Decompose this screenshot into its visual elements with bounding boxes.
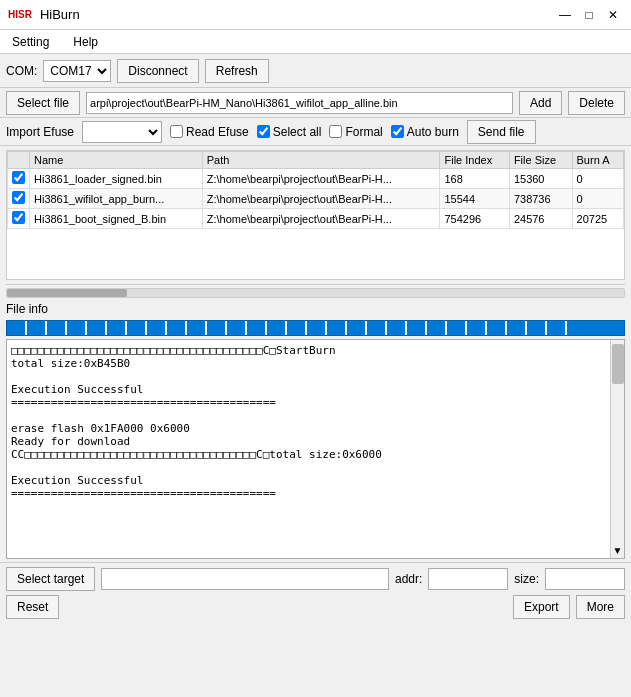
progress-segment — [47, 321, 67, 335]
select-file-button[interactable]: Select file — [6, 91, 80, 115]
progress-segment — [87, 321, 107, 335]
addr-input[interactable] — [428, 568, 508, 590]
progress-segment — [207, 321, 227, 335]
menu-item-help[interactable]: Help — [65, 33, 106, 51]
row-name: Hi3861_wifilot_app_burn... — [30, 189, 203, 209]
row-filesize: 738736 — [509, 189, 572, 209]
export-button[interactable]: Export — [513, 595, 570, 619]
row-check[interactable] — [8, 169, 30, 189]
select-all-checkbox[interactable] — [257, 125, 270, 138]
minimize-button[interactable]: — — [555, 5, 575, 25]
col-burna: Burn A — [572, 152, 623, 169]
row-path: Z:\home\bearpi\project\out\BearPi-H... — [202, 189, 440, 209]
progress-segment — [507, 321, 527, 335]
options-row: Import Efuse Read Efuse Select all Forma… — [0, 118, 631, 146]
file-table-container[interactable]: Name Path File Index File Size Burn A Hi… — [6, 150, 625, 280]
progress-segment — [347, 321, 367, 335]
log-area-container: □□□□□□□□□□□□□□□□□□□□□□□□□□□□□□□□□□□□□□C□… — [6, 339, 625, 559]
row-burna: 0 — [572, 169, 623, 189]
progress-segment — [547, 321, 567, 335]
col-name: Name — [30, 152, 203, 169]
com-label: COM: — [6, 64, 37, 78]
disconnect-button[interactable]: Disconnect — [117, 59, 198, 83]
efuse-select[interactable] — [82, 121, 162, 143]
delete-button[interactable]: Delete — [568, 91, 625, 115]
select-all-label[interactable]: Select all — [257, 125, 322, 139]
table-row[interactable]: Hi3861_loader_signed.bin Z:\home\bearpi\… — [8, 169, 624, 189]
formal-label[interactable]: Formal — [329, 125, 382, 139]
progress-segment — [167, 321, 187, 335]
col-check — [8, 152, 30, 169]
progress-segment — [67, 321, 87, 335]
row-name: Hi3861_loader_signed.bin — [30, 169, 203, 189]
add-button[interactable]: Add — [519, 91, 562, 115]
refresh-button[interactable]: Refresh — [205, 59, 269, 83]
progress-segment — [427, 321, 447, 335]
import-efuse-label: Import Efuse — [6, 125, 74, 139]
com-select[interactable]: COM17 — [43, 60, 111, 82]
send-file-button[interactable]: Send file — [467, 120, 536, 144]
h-scrollbar[interactable] — [6, 284, 625, 300]
progress-segment — [487, 321, 507, 335]
col-filesize: File Size — [509, 152, 572, 169]
col-fileindex: File Index — [440, 152, 509, 169]
progress-segment — [267, 321, 287, 335]
file-table: Name Path File Index File Size Burn A Hi… — [7, 151, 624, 229]
progress-segment — [407, 321, 427, 335]
read-efuse-label[interactable]: Read Efuse — [170, 125, 249, 139]
log-scrollbar[interactable]: ▼ — [610, 340, 624, 558]
row-name: Hi3861_boot_signed_B.bin — [30, 209, 203, 229]
progress-segment — [27, 321, 47, 335]
row-filesize: 15360 — [509, 169, 572, 189]
close-button[interactable]: ✕ — [603, 5, 623, 25]
app-logo: HISR — [8, 9, 32, 20]
file-row: Select file Add Delete — [0, 88, 631, 118]
progress-segment — [307, 321, 327, 335]
row-filesize: 24576 — [509, 209, 572, 229]
progress-segment — [527, 321, 547, 335]
reset-button[interactable]: Reset — [6, 595, 59, 619]
menu-item-setting[interactable]: Setting — [4, 33, 57, 51]
target-input[interactable] — [101, 568, 389, 590]
progress-segment — [147, 321, 167, 335]
h-scroll-thumb[interactable] — [7, 289, 127, 297]
action-row: Reset Export More — [6, 595, 625, 619]
auto-burn-label[interactable]: Auto burn — [391, 125, 459, 139]
progress-segment — [107, 321, 127, 335]
size-input[interactable] — [545, 568, 625, 590]
row-check[interactable] — [8, 189, 30, 209]
row-check[interactable] — [8, 209, 30, 229]
row-burna: 20725 — [572, 209, 623, 229]
row-checkbox[interactable] — [12, 211, 25, 224]
read-efuse-checkbox[interactable] — [170, 125, 183, 138]
progress-segment — [247, 321, 267, 335]
progress-segment — [7, 321, 27, 335]
log-area[interactable]: □□□□□□□□□□□□□□□□□□□□□□□□□□□□□□□□□□□□□□C□… — [7, 340, 610, 558]
progress-segment — [447, 321, 467, 335]
file-info-label: File info — [0, 300, 631, 318]
select-target-button[interactable]: Select target — [6, 567, 95, 591]
more-button[interactable]: More — [576, 595, 625, 619]
row-fileindex: 15544 — [440, 189, 509, 209]
progress-segment — [367, 321, 387, 335]
file-path-input[interactable] — [86, 92, 513, 114]
auto-burn-checkbox[interactable] — [391, 125, 404, 138]
formal-checkbox[interactable] — [329, 125, 342, 138]
size-label: size: — [514, 572, 539, 586]
h-scroll-track[interactable] — [6, 288, 625, 298]
maximize-button[interactable]: □ — [579, 5, 599, 25]
table-row[interactable]: Hi3861_boot_signed_B.bin Z:\home\bearpi\… — [8, 209, 624, 229]
row-checkbox[interactable] — [12, 171, 25, 184]
row-path: Z:\home\bearpi\project\out\BearPi-H... — [202, 209, 440, 229]
row-checkbox[interactable] — [12, 191, 25, 204]
log-scroll-down-icon[interactable]: ▼ — [613, 545, 623, 556]
log-scroll-thumb[interactable] — [612, 344, 624, 384]
progress-segment — [287, 321, 307, 335]
target-row: Select target addr: size: — [6, 567, 625, 591]
com-toolbar: COM: COM17 Disconnect Refresh — [0, 54, 631, 88]
table-row[interactable]: Hi3861_wifilot_app_burn... Z:\home\bearp… — [8, 189, 624, 209]
progress-segment — [387, 321, 407, 335]
row-burna: 0 — [572, 189, 623, 209]
progress-segment — [187, 321, 207, 335]
bottom-bar: Select target addr: size: Reset Export M… — [0, 562, 631, 623]
